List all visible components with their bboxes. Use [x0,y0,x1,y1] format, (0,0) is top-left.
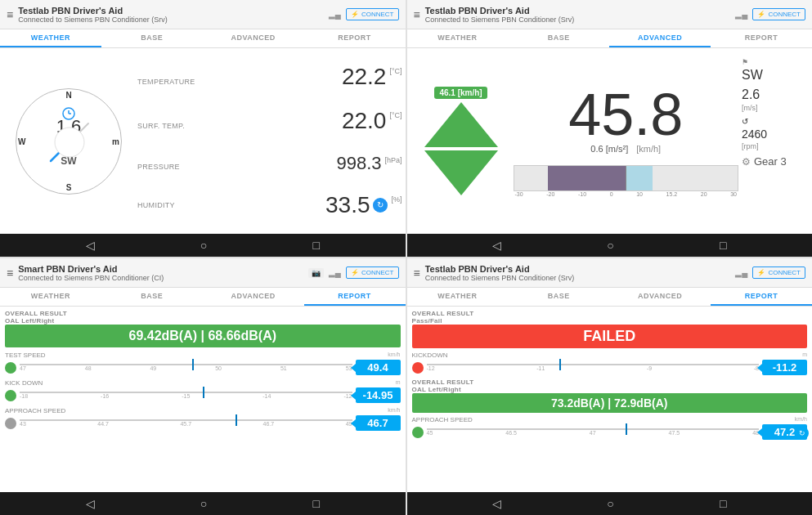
kickdown-slider: -18 -16 -15 -14 -12 -14.95 [5,387,401,403]
accel-bar-labels: -30 -20 -10 0 10 15.2 20 30 [514,191,739,197]
back-button-3[interactable]: ◁ [86,497,95,510]
gear-settings-icon[interactable]: ⚙ [742,156,751,168]
wind-dir-row: ⚑ SW [742,58,807,83]
accel-bar-center [626,166,626,190]
signal-icon-4: ▂▄ [735,268,747,277]
tab-report[interactable]: REPORT [304,29,406,47]
speed-unit-label: [km/h] [636,144,661,154]
pressure-label: PRESSURE [137,163,203,171]
test-speed-track-wrapper: 47 48 49 50 51 53 [20,364,352,371]
failed-overall-label: OVERALL RESULT [412,310,808,317]
humidity-value: 33.5 [325,192,370,218]
home-button-4[interactable]: ○ [607,497,613,510]
back-button-2[interactable]: ◁ [492,239,501,252]
tab3-report[interactable]: REPORT [304,288,406,306]
tab4-advanced[interactable]: ADVANCED [609,288,711,306]
approach-speed-thumb [236,414,237,426]
connect-button[interactable]: ⚡ CONNECT [346,8,399,20]
approach-speed-labels: APPROACH SPEED km/h [5,407,401,414]
kickdown-track-area [20,392,352,393]
home-button-3[interactable]: ○ [200,497,207,510]
kickdown-value: -14.95 [356,387,401,403]
connect-button-4[interactable]: ⚡ CONNECT [752,266,805,279]
test-speed-value: 49.4 [356,360,401,375]
refresh-button-4[interactable]: ↻ [796,427,809,440]
home-button-2[interactable]: ○ [607,239,613,252]
kickdown-track-wrapper: -18 -16 -15 -14 -12 [20,392,352,399]
connect-button-2[interactable]: ⚡ CONNECT [752,8,805,20]
kickdown-label: KICK DOWN [5,379,43,387]
overall2-sub: OAL Left/Right [412,386,808,393]
square-button-2[interactable]: □ [720,239,726,252]
menu-icon-2[interactable]: ≡ [414,8,420,21]
menu-icon-4[interactable]: ≡ [414,266,420,280]
kickdown4-wrapper: -12 -11 -9 -8 [427,364,760,371]
rpm-unit: [rpm] [742,142,807,150]
wind-speed-value: 2.6 [742,87,807,102]
gear-row: ⚙ Gear 3 [742,155,807,168]
tab3-base[interactable]: BASE [101,288,203,306]
back-button[interactable]: ◁ [86,239,95,252]
overall-result-label: OVERALL RESULT [5,310,401,317]
kickdown4-dot [412,362,424,374]
tab-base[interactable]: BASE [101,29,203,47]
advanced-center: 45.8 0.6 [m/s²] [km/h] - [514,52,739,231]
tab2-report[interactable]: REPORT [711,29,812,47]
approach-speed-slider: 43 44.7 45.7 46.7 49 46.7 [5,415,401,431]
kickdown-metric-4: KICKDOWN m -12 -11 -9 [412,352,808,375]
square-button-3[interactable]: □ [312,497,319,510]
compass-svg [16,89,123,195]
panel3-content: OVERALL RESULT OAL Left/Right 69.42dB(A)… [0,307,406,492]
tab4-report[interactable]: REPORT [711,288,812,306]
home-button[interactable]: ○ [200,239,207,252]
signal-icon-2: ▂▄ [735,10,747,19]
tab-weather[interactable]: WEATHER [0,29,101,47]
app-name-3: Smart PBN Driver's Aid [18,264,164,274]
rpm-value: 2460 [742,128,807,141]
panel1-content: N S W m [0,48,406,234]
panel3-header: ≡ Smart PBN Driver's Aid Connected to Si… [0,258,406,288]
arrow-up-icon [424,102,498,147]
advanced-content: 46.1 [km/h] 45.8 0.6 [m/s²] [km/h] [407,48,813,234]
kickdown-dot [5,390,16,401]
tab3-advanced[interactable]: ADVANCED [203,288,304,306]
wind-dir-value: SW [742,68,807,83]
app-name-4: Testlab PBN Driver's Aid [425,264,575,274]
kickdown4-ticks: -12 -11 -9 -8 [427,365,760,371]
panel-report-smart: ≡ Smart PBN Driver's Aid Connected to Si… [0,258,406,515]
connect-button-3[interactable]: ⚡ CONNECT [346,266,399,279]
test-speed-thumb [192,359,194,370]
header-left-2: ≡ Testlab PBN Driver's Aid Connected to … [414,6,575,24]
weather-content: N S W m [0,48,406,234]
bottom-nav-1: ◁ ○ □ [0,234,406,257]
temp-row: TEMPERATURE 22.2 [°C] [137,64,402,90]
tab3-weather[interactable]: WEATHER [0,288,101,306]
test-speed-labels: TEST SPEED km/h [5,352,401,359]
tab4-base[interactable]: BASE [508,288,609,306]
gear-value: Gear 3 [754,155,787,168]
approach-speed-label: APPROACH SPEED [5,407,65,414]
tab2-advanced[interactable]: ADVANCED [609,29,711,47]
approach4-labels: APPROACH SPEED km/h [412,416,808,423]
tab-advanced[interactable]: ADVANCED [203,29,304,47]
kickdown4-label: KICKDOWN [412,352,448,359]
kickdown4-value: -11.2 [762,360,807,375]
bluetooth-icon: ⚡ [351,11,359,18]
tab4-weather[interactable]: WEATHER [407,288,509,306]
surf-temp-label: SURF. TEMP. [137,122,203,130]
back-button-4[interactable]: ◁ [492,497,501,510]
square-button-4[interactable]: □ [720,497,726,510]
test-speed-sub: km/h [388,352,400,359]
humidity-row: HUMIDITY 33.5 ↻ [%] [137,192,402,218]
temp-label: TEMPERATURE [137,78,203,86]
panel1-header: ≡ Testlab PBN Driver's Aid Connected to … [0,0,406,29]
humidity-refresh-icon[interactable]: ↻ [373,198,388,213]
header-title-block-2: Testlab PBN Driver's Aid Connected to Si… [425,6,575,24]
square-button[interactable]: □ [312,239,319,252]
kickdown-metric: KICK DOWN m -18 -16 -1 [5,379,401,403]
tab2-base[interactable]: BASE [508,29,609,47]
approach-speed-track-area [20,419,352,421]
menu-icon-3[interactable]: ≡ [7,266,13,280]
tab2-weather[interactable]: WEATHER [407,29,509,47]
menu-icon[interactable]: ≡ [7,8,13,21]
